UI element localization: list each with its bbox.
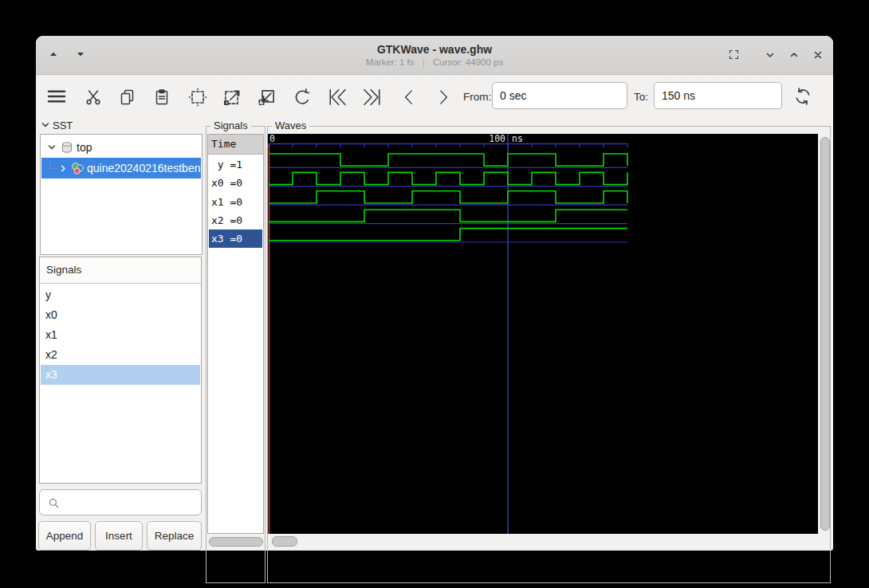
pan-up-button[interactable] (44, 45, 63, 64)
waves-vertical-scrollbar[interactable] (820, 137, 830, 531)
signal-trace-y (269, 154, 627, 166)
chevron-up-icon (788, 49, 800, 61)
append-button[interactable]: Append (38, 521, 91, 551)
chevron-down-icon[interactable] (46, 142, 57, 153)
search-icon (47, 496, 61, 510)
next-edge-button[interactable] (431, 85, 455, 109)
tree-item-testbench[interactable]: quine20240216testbench (41, 158, 201, 178)
menu-button[interactable] (45, 84, 69, 108)
copy-button[interactable] (116, 85, 140, 109)
sst-tree: top quine20240216testbench (40, 134, 203, 255)
prev-edge-button[interactable] (397, 85, 421, 109)
marker-status: Marker: 1 fs (366, 57, 415, 67)
zoom-fit-button[interactable] (186, 85, 210, 109)
list-item-x3[interactable]: x3 (41, 365, 200, 385)
paste-button[interactable] (150, 85, 174, 109)
signals-list-panel: Signals y x0 x1 x2 x3 (39, 257, 202, 484)
pan-up-icon (48, 49, 59, 60)
shade-down-button[interactable] (761, 45, 780, 65)
value-row-y[interactable]: y =1 (209, 155, 262, 174)
values-panel: Time y =1 x0 =0 x1 =0 x2 =0 x3 =0 (207, 134, 264, 534)
reload-button[interactable] (791, 84, 815, 108)
status-line: Marker: 1 fs | Cursor: 44900 ps (36, 57, 833, 67)
pan-down-button[interactable] (71, 45, 90, 64)
ruler-label: 0 (269, 134, 275, 144)
skip-to-end-button[interactable] (360, 85, 384, 109)
wave-canvas[interactable]: 0100ns (268, 134, 818, 534)
entity-icon (71, 162, 85, 175)
pan-down-icon (75, 49, 86, 60)
values-horizontal-scrollbar[interactable] (209, 537, 263, 547)
signal-trace-x0 (269, 172, 627, 184)
window-title: GTKWave - wave.ghw (36, 43, 833, 56)
title-bar[interactable]: GTKWave - wave.ghw Marker: 1 fs | Cursor… (36, 36, 833, 75)
toolbar: From: To: (36, 74, 833, 118)
module-icon (61, 141, 73, 154)
value-row-x2[interactable]: x2 =0 (209, 211, 262, 229)
skip-to-end-icon (361, 86, 383, 108)
signal-search-field[interactable] (39, 489, 202, 515)
cut-button[interactable] (81, 85, 105, 109)
maximize-icon (727, 48, 741, 61)
to-label: To: (634, 83, 648, 112)
status-separator: | (423, 57, 425, 67)
tree-item-label: top (77, 141, 92, 154)
value-row-x3[interactable]: x3 =0 (209, 229, 262, 248)
maximize-button[interactable] (724, 45, 743, 64)
cursor-status: Cursor: 44900 ps (433, 57, 503, 67)
signals-list-header[interactable]: Signals (40, 257, 201, 284)
sst-header: SST (53, 120, 73, 131)
prev-edge-icon (399, 87, 419, 108)
tree-item-top[interactable]: top (41, 137, 201, 158)
waves-horizontal-scrollbar[interactable] (272, 536, 297, 547)
chevron-down-icon (40, 120, 51, 131)
list-item-x0[interactable]: x0 (41, 305, 200, 325)
to-input[interactable] (654, 82, 782, 109)
zoom-out-button[interactable] (255, 85, 279, 109)
signals-list-header-label: Signals (46, 264, 81, 276)
chevron-right-icon[interactable] (58, 163, 69, 174)
undo-icon (292, 87, 313, 108)
copy-icon (118, 88, 137, 107)
shade-up-button[interactable] (784, 45, 804, 65)
sst-expander[interactable]: SST (40, 118, 112, 132)
time-column-header[interactable]: Time (208, 135, 263, 155)
values-frame-label: Signals (210, 120, 251, 131)
waves-frame-label: Waves (272, 120, 309, 131)
undo-button[interactable] (290, 85, 314, 109)
menu-icon (45, 84, 69, 108)
signals-list-body: y x0 x1 x2 x3 (40, 284, 201, 483)
signal-trace-x2 (269, 210, 627, 221)
insert-button[interactable]: Insert (95, 521, 143, 551)
signal-trace-x1 (269, 191, 627, 203)
close-button[interactable] (808, 45, 828, 65)
cut-icon (84, 88, 103, 107)
zoom-in-button[interactable] (220, 85, 244, 109)
ruler-label: 100 (489, 134, 505, 144)
list-item-x1[interactable]: x1 (41, 325, 200, 345)
paste-icon (152, 88, 171, 107)
tree-branch-line (49, 161, 57, 169)
from-label: From: (463, 83, 491, 112)
reload-icon (792, 86, 813, 107)
replace-button[interactable]: Replace (147, 521, 202, 551)
zoom-out-icon (257, 87, 277, 108)
value-row-x0[interactable]: x0 =0 (209, 174, 262, 192)
next-edge-icon (433, 87, 454, 108)
skip-to-start-button[interactable] (325, 85, 349, 109)
tree-item-label: quine20240216testbench (87, 162, 201, 174)
value-row-x1[interactable]: x1 =0 (209, 193, 262, 211)
from-input[interactable] (492, 82, 627, 109)
search-input[interactable] (65, 491, 200, 515)
chevron-down-icon (765, 49, 776, 61)
skip-to-start-icon (326, 86, 348, 108)
list-item-x2[interactable]: x2 (41, 345, 200, 365)
gtkwave-window: GTKWave - wave.ghw Marker: 1 fs | Cursor… (36, 36, 833, 551)
ruler-label: ns (512, 134, 523, 144)
signal-trace-x3 (269, 229, 627, 241)
zoom-fit-icon (187, 87, 208, 108)
zoom-in-icon (222, 87, 242, 108)
close-icon (812, 49, 824, 61)
list-item-y[interactable]: y (41, 285, 200, 305)
